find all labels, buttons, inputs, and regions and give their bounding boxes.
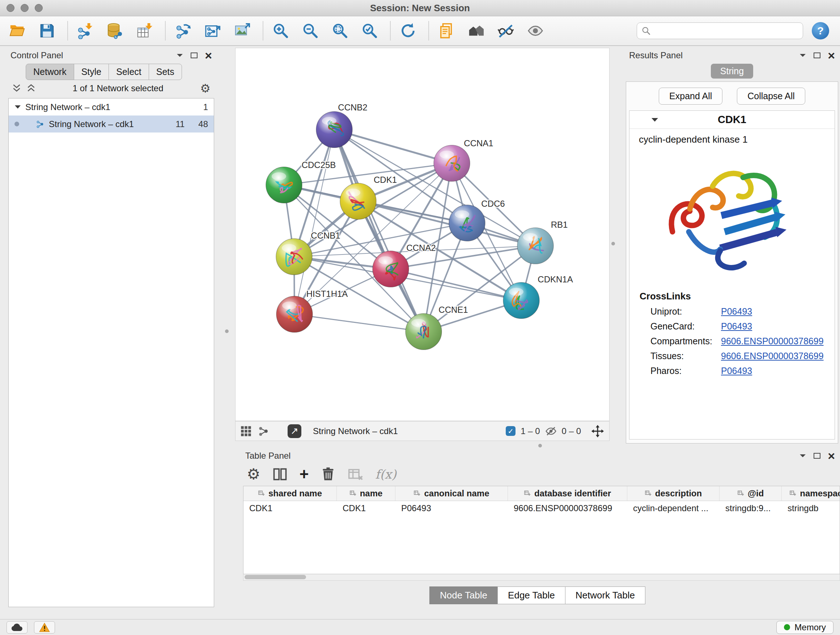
float-panel-icon[interactable] (813, 453, 821, 459)
network-canvas[interactable]: CCNB2CCNA1CDC25BCDK1CDC6RB1CCNB1CCNA2CDK… (235, 48, 609, 421)
right-splitter-handle[interactable] (611, 242, 615, 245)
column-header-@id[interactable]: @id (720, 486, 782, 501)
apply-layout-button[interactable] (398, 21, 418, 41)
collapse-triangle-icon[interactable] (14, 105, 21, 109)
results-panel: Results Panel × String Expand All Collap… (624, 48, 840, 446)
tab-select[interactable]: Select (109, 64, 149, 80)
table-cell[interactable]: P06493 (395, 501, 508, 515)
close-panel-icon[interactable]: × (828, 52, 835, 59)
search-input[interactable] (654, 26, 798, 36)
clone-network-button[interactable] (202, 21, 223, 41)
network-node-CDC6[interactable]: CDC6 (449, 199, 505, 241)
panel-menu-icon[interactable] (799, 454, 806, 458)
table-cell[interactable]: CDK1 (243, 501, 337, 515)
float-panel-icon[interactable] (191, 52, 197, 58)
overview-button[interactable] (466, 21, 486, 41)
export-image-button[interactable] (232, 21, 253, 41)
table-cell[interactable]: stringdb:9... (720, 501, 782, 515)
export-network-button[interactable]: ↗ (287, 424, 302, 438)
expand-all-icon[interactable] (12, 84, 21, 93)
add-column-icon[interactable]: + (300, 467, 309, 481)
crosslink-link[interactable]: 9606.ENSP00000378699 (721, 336, 824, 347)
network-edge[interactable] (294, 130, 334, 314)
crosslink-link[interactable]: P06493 (721, 366, 752, 376)
tab-string[interactable]: String (711, 64, 753, 79)
network-graph[interactable]: CCNB2CCNA1CDC25BCDK1CDC6RB1CCNB1CCNA2CDK… (235, 48, 610, 421)
network-node-CDK1[interactable]: CDK1 (340, 175, 397, 219)
hide-graphics-button[interactable] (496, 21, 516, 41)
network-node-CCNB2[interactable]: CCNB2 (316, 103, 368, 148)
scrollbar-thumb[interactable] (245, 575, 306, 579)
table-row[interactable]: CDK1CDK1P064939606.ENSP00000378699cyclin… (243, 501, 840, 515)
memory-button[interactable]: Memory (776, 621, 834, 634)
import-table-button[interactable] (134, 21, 155, 41)
network-node-CCNB1[interactable]: CCNB1 (276, 231, 340, 275)
column-header-canonical-name[interactable]: canonical name (395, 486, 508, 501)
section-collapse-icon[interactable] (651, 118, 658, 122)
column-header-shared-name[interactable]: shared name (243, 486, 337, 501)
network-node-CCNA1[interactable]: CCNA1 (434, 138, 493, 181)
close-panel-icon[interactable]: × (828, 452, 835, 459)
column-header-name[interactable]: name (337, 486, 395, 501)
zoom-fit-button[interactable] (330, 21, 350, 41)
tab-sets[interactable]: Sets (149, 64, 182, 80)
left-splitter-handle[interactable] (225, 329, 229, 333)
duplicate-document-button[interactable] (436, 21, 456, 41)
table-cell[interactable]: cyclin-dependent ... (627, 501, 720, 515)
new-network-button[interactable] (173, 21, 193, 41)
cloud-button[interactable] (6, 621, 27, 633)
birdseye-grid-icon[interactable] (240, 426, 251, 437)
zoom-selected-button[interactable] (360, 21, 380, 41)
network-collection-row[interactable]: String Network – cdk1 1 (9, 98, 214, 116)
open-session-button[interactable] (7, 21, 27, 41)
network-row[interactable]: String Network – cdk1 11 48 (9, 116, 214, 133)
tab-network-table[interactable]: Network Table (565, 586, 645, 604)
table-horizontal-scrollbar[interactable] (243, 574, 840, 581)
help-button[interactable]: ? (812, 22, 829, 40)
network-edge[interactable] (294, 314, 424, 332)
zoom-out-button[interactable] (300, 21, 321, 41)
collapse-all-icon[interactable] (27, 84, 36, 93)
trash-icon[interactable] (320, 466, 336, 482)
column-header-namespac[interactable]: namespac (782, 486, 840, 501)
collapse-all-button[interactable]: Collapse All (737, 88, 805, 105)
warnings-button[interactable] (34, 621, 55, 633)
import-network-button[interactable] (75, 21, 95, 41)
network-node-RB1[interactable]: RB1 (517, 220, 568, 264)
network-share-icon[interactable] (258, 426, 269, 437)
table-cell[interactable]: 9606.ENSP00000378699 (508, 501, 627, 515)
tab-style[interactable]: Style (74, 64, 109, 80)
expand-all-button[interactable]: Expand All (659, 88, 722, 105)
float-panel-icon[interactable] (813, 52, 821, 58)
crosslink-link[interactable]: P06493 (721, 306, 752, 317)
tab-network[interactable]: Network (26, 64, 74, 80)
node-label: CCNB1 (311, 231, 340, 241)
panel-menu-icon[interactable] (799, 53, 806, 58)
crosslink-link[interactable]: P06493 (721, 321, 752, 332)
gene-section-header[interactable]: CDK1 (630, 111, 835, 129)
show-graphics-button[interactable] (525, 21, 546, 41)
tab-node-table[interactable]: Node Table (429, 586, 498, 604)
bottom-splitter-handle[interactable] (538, 444, 542, 448)
column-header-description[interactable]: description (627, 486, 720, 501)
selected-checkbox-icon[interactable]: ✓ (506, 426, 515, 436)
network-edge[interactable] (334, 130, 424, 332)
save-session-button[interactable] (37, 21, 57, 41)
zoom-in-button[interactable] (271, 21, 291, 41)
close-panel-icon[interactable]: × (205, 52, 212, 59)
gear-icon[interactable]: ⚙ (200, 83, 210, 94)
panel-menu-icon[interactable] (176, 53, 183, 58)
table-cell[interactable]: stringdb (782, 501, 840, 515)
table-cell[interactable]: CDK1 (337, 501, 395, 515)
network-node-CDKN1A[interactable]: CDKN1A (503, 274, 573, 318)
hidden-eye-icon[interactable] (545, 425, 557, 437)
table-settings-gear-icon[interactable]: ⚙ (247, 469, 261, 480)
node-highlight (346, 188, 360, 196)
move-crosshair-icon[interactable] (591, 424, 604, 438)
crosslink-link[interactable]: 9606.ENSP00000378699 (721, 351, 824, 361)
import-network-database-button[interactable] (105, 21, 125, 41)
network-node-HIST1H1A[interactable]: HIST1H1A (276, 289, 347, 333)
column-header-database-identifier[interactable]: database identifier (508, 486, 627, 501)
tab-edge-table[interactable]: Edge Table (497, 586, 565, 604)
columns-icon[interactable] (272, 466, 288, 482)
